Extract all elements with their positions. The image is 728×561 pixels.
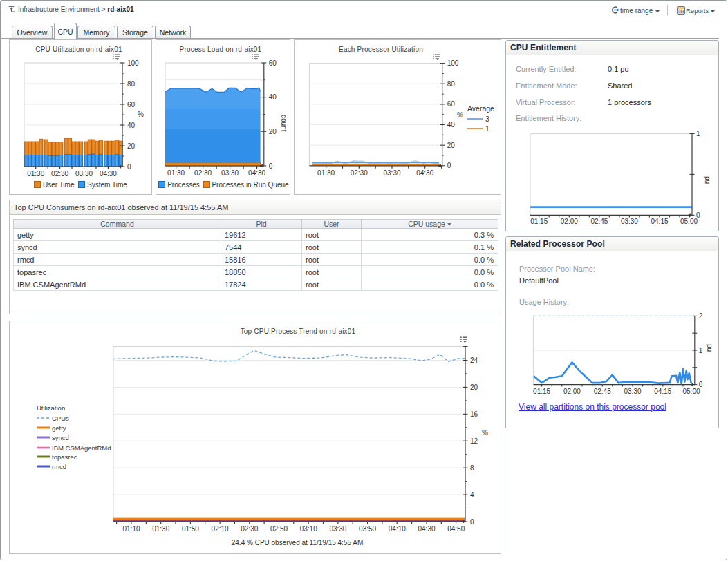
svg-text:02:45: 02:45 xyxy=(594,388,611,395)
svg-text:%: % xyxy=(457,111,463,119)
svg-text:01:30: 01:30 xyxy=(27,170,44,178)
svg-text:04:30: 04:30 xyxy=(416,169,433,177)
svg-text:2: 2 xyxy=(699,312,703,320)
svg-text:0: 0 xyxy=(696,211,700,219)
svg-text:0: 0 xyxy=(269,162,273,170)
svg-text:40: 40 xyxy=(447,121,456,129)
svg-text:%: % xyxy=(482,429,488,437)
svg-text:02:30: 02:30 xyxy=(241,525,258,533)
svg-text:1: 1 xyxy=(696,130,700,137)
svg-text:8: 8 xyxy=(470,464,474,472)
svg-text:01:15: 01:15 xyxy=(533,388,550,395)
svg-text:count: count xyxy=(280,115,288,132)
svg-text:03:30: 03:30 xyxy=(221,169,239,177)
svg-text:01:30: 01:30 xyxy=(152,525,169,533)
svg-text:16: 16 xyxy=(470,410,478,418)
svg-text:1: 1 xyxy=(699,347,703,354)
svg-text:02:30: 02:30 xyxy=(194,169,212,177)
svg-text:04:50: 04:50 xyxy=(447,525,465,533)
svg-text:80: 80 xyxy=(127,80,136,88)
svg-text:03:30: 03:30 xyxy=(329,525,346,533)
svg-text:0: 0 xyxy=(470,518,474,526)
svg-text:02:10: 02:10 xyxy=(212,525,229,533)
svg-text:Utilization: Utilization xyxy=(37,404,65,412)
svg-text:pu: pu xyxy=(706,344,713,352)
svg-text:syncd: syncd xyxy=(52,434,69,441)
svg-text:01:10: 01:10 xyxy=(122,525,140,533)
svg-text:02:30: 02:30 xyxy=(51,170,68,178)
svg-text:Top CPU Process Trend on rd-ai: Top CPU Process Trend on rd-aix01 xyxy=(241,327,356,335)
svg-text:24.4 % CPU observed at 11/19/1: 24.4 % CPU observed at 11/19/15 4:55 AM xyxy=(232,539,364,546)
svg-text:0: 0 xyxy=(447,162,451,169)
svg-text:03:10: 03:10 xyxy=(300,525,317,533)
svg-text:05:00: 05:00 xyxy=(680,218,698,225)
svg-text:0: 0 xyxy=(127,163,131,171)
svg-text:02:45: 02:45 xyxy=(590,218,608,225)
svg-text:3: 3 xyxy=(485,115,489,123)
svg-text:04:10: 04:10 xyxy=(389,525,406,533)
svg-text:03:30: 03:30 xyxy=(75,170,93,178)
svg-text:0: 0 xyxy=(699,381,703,388)
svg-text:03:50: 03:50 xyxy=(359,525,376,533)
svg-text:20: 20 xyxy=(447,142,456,149)
svg-text:60: 60 xyxy=(447,100,456,108)
svg-text:02:00: 02:00 xyxy=(561,218,578,225)
svg-text:topasrec: topasrec xyxy=(52,453,77,461)
svg-text:04:15: 04:15 xyxy=(651,218,668,225)
svg-text:02:50: 02:50 xyxy=(270,525,288,533)
svg-text:100: 100 xyxy=(447,59,459,67)
svg-text:03:30: 03:30 xyxy=(383,169,400,177)
svg-text:pu: pu xyxy=(704,176,711,184)
svg-text:1: 1 xyxy=(485,124,489,133)
svg-text:03:30: 03:30 xyxy=(621,218,638,225)
svg-text:60: 60 xyxy=(127,101,136,108)
svg-text:40: 40 xyxy=(269,93,277,101)
svg-text:04:30: 04:30 xyxy=(100,170,117,178)
svg-text:%: % xyxy=(138,111,144,118)
svg-text:IBM.CSMAgentRMd: IBM.CSMAgentRMd xyxy=(52,444,111,452)
svg-text:rmcd: rmcd xyxy=(52,463,66,470)
svg-text:01:50: 01:50 xyxy=(182,525,199,533)
svg-text:Average: Average xyxy=(467,104,494,113)
svg-text:20: 20 xyxy=(127,142,136,150)
svg-text:40: 40 xyxy=(127,122,136,129)
svg-text:20: 20 xyxy=(269,128,277,135)
svg-text:getty: getty xyxy=(52,424,66,432)
svg-text:04:15: 04:15 xyxy=(654,388,671,395)
svg-text:02:00: 02:00 xyxy=(563,388,581,395)
svg-text:4: 4 xyxy=(470,491,474,499)
svg-text:60: 60 xyxy=(269,59,277,67)
svg-text:01:15: 01:15 xyxy=(530,218,548,225)
svg-text:24: 24 xyxy=(470,356,478,364)
svg-text:12: 12 xyxy=(470,437,478,445)
svg-text:01:30: 01:30 xyxy=(317,169,335,177)
svg-text:02:30: 02:30 xyxy=(351,169,368,177)
svg-text:04:30: 04:30 xyxy=(418,525,435,533)
svg-text:01:30: 01:30 xyxy=(167,169,185,177)
svg-text:20: 20 xyxy=(470,383,478,391)
svg-text:100: 100 xyxy=(127,59,139,67)
svg-text:05:00: 05:00 xyxy=(682,388,700,395)
svg-text:80: 80 xyxy=(447,80,456,88)
svg-text:04:30: 04:30 xyxy=(248,169,265,177)
svg-text:03:30: 03:30 xyxy=(624,388,641,395)
svg-text:CPUs: CPUs xyxy=(52,415,69,422)
